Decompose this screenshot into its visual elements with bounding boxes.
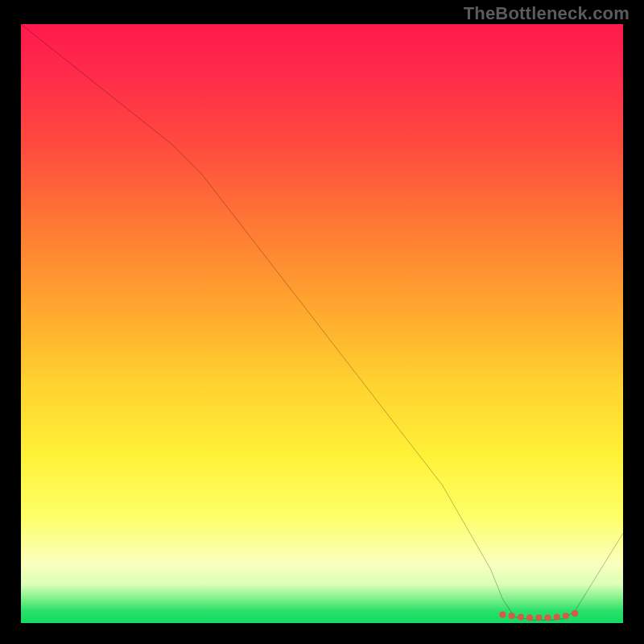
- valley-dot: [554, 613, 560, 620]
- valley-dot: [572, 610, 578, 617]
- valley-dot: [499, 611, 506, 617]
- watermark-text: TheBottleneck.com: [464, 3, 630, 24]
- valley-dot: [544, 614, 551, 621]
- valley-dot: [535, 614, 542, 621]
- bottleneck-curve: [21, 24, 623, 620]
- valley-dot: [526, 614, 533, 621]
- valley-dot: [509, 613, 515, 619]
- valley-dot: [563, 613, 569, 619]
- chart-frame: TheBottleneck.com: [0, 0, 644, 644]
- plot-area: [21, 24, 623, 623]
- chart-svg: [21, 24, 623, 623]
- valley-dot: [518, 613, 524, 620]
